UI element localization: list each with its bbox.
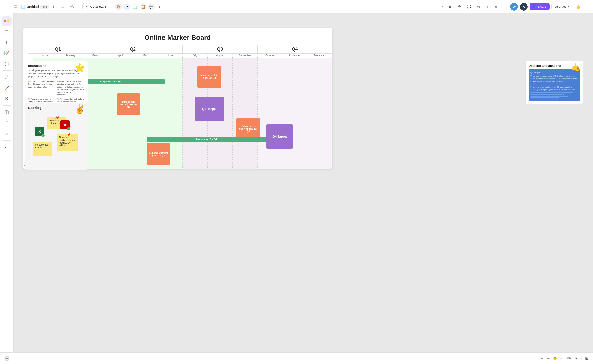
more-button[interactable]: > — [440, 4, 446, 10]
detail-line-3 — [530, 96, 569, 97]
card-prep-q4[interactable]: Preparation for Q4 — [147, 137, 266, 142]
hand-tool-button[interactable]: ✋ — [551, 355, 558, 362]
comment-button[interactable]: 💬 — [465, 4, 473, 10]
month-jan: January — [33, 54, 58, 58]
card-q3-target[interactable]: Q3 Target — [195, 97, 224, 121]
help-button[interactable]: ? — [584, 4, 590, 10]
sidebar-divider-3 — [3, 140, 11, 141]
card-label: Preparation for Q4 — [196, 138, 217, 141]
detail-line-1 — [530, 92, 573, 93]
plugin-icon-2[interactable]: P — [123, 3, 130, 10]
plan-badge: Free — [40, 5, 49, 9]
sidebar-item-pen[interactable] — [2, 73, 12, 82]
user-avatar-2[interactable]: W — [520, 3, 528, 11]
plugin-icon-1[interactable]: 🎨 — [115, 3, 122, 10]
month-apr: April — [108, 54, 133, 58]
card-subseq-third-q3[interactable]: Subsequent third goal for Q3 — [197, 66, 221, 88]
more-plugins-button[interactable]: ‹ — [157, 4, 162, 10]
redo-button[interactable]: ↪ — [545, 355, 551, 362]
menu-button[interactable]: ☰ — [12, 4, 19, 10]
month-jul: July — [182, 54, 207, 58]
sidebar-item-list[interactable] — [2, 118, 12, 128]
notification-button[interactable]: 🔔 — [574, 4, 582, 10]
sidebar-item-shapes[interactable]: ◯ — [2, 59, 12, 68]
share-label: Share — [538, 5, 546, 8]
q4-bg — [257, 58, 332, 169]
card-label: Q3 Target — [202, 107, 217, 111]
share-icon: 👥 — [533, 5, 537, 8]
upgrade-button[interactable]: Upgrade + — [551, 3, 572, 10]
export-button[interactable]: ⇪ — [484, 4, 490, 10]
play-button[interactable]: ▶ — [447, 4, 454, 10]
canvas[interactable]: Online Marker Board Q1 Q2 Q3 Q4 January … — [14, 13, 593, 352]
month-aug: August — [207, 54, 232, 58]
back-button[interactable]: ← — [3, 4, 10, 10]
sidebar-item-more[interactable]: ⋯ — [2, 142, 12, 152]
undo-button[interactable]: ↩ — [539, 355, 544, 362]
search-button[interactable]: 🔍 — [68, 4, 76, 10]
sidebar-item-brush[interactable]: 🖌️ — [2, 83, 12, 93]
share-button[interactable]: 👥 Share — [530, 3, 550, 10]
sidebar-item-eraser[interactable]: ✕ — [2, 94, 12, 103]
search-icon: 🔍 — [70, 5, 74, 9]
peace-decoration: ✌️ — [74, 104, 85, 114]
timer-button[interactable]: ⏱ — [456, 4, 463, 10]
file-info: 📄 Untitled Free — [21, 5, 49, 9]
sticky-text: The total number of user reaches 20 mill… — [59, 136, 75, 147]
app-title: Untitled — [27, 5, 39, 9]
card-subseq-second-q2[interactable]: Subsequent second goal for Q2 — [117, 93, 140, 115]
sidebar-item-text[interactable]: T — [2, 38, 12, 47]
add-page-button[interactable] — [3, 355, 11, 362]
bottom-toolbar: ↩ ↪ ✋ − 38% ▾ + ⊞ — [0, 352, 593, 364]
plugin-icon-5[interactable]: 💬 — [148, 3, 155, 10]
month-feb: February — [58, 54, 83, 58]
sidebar-item-table[interactable] — [2, 108, 12, 117]
sidebar-item-colors[interactable] — [2, 16, 12, 26]
plugin-icon-3[interactable]: 📊 — [132, 3, 138, 10]
zoom-out-button[interactable]: − — [559, 355, 563, 362]
plugin-icon-4[interactable]: 📋 — [140, 3, 147, 10]
bottom-left — [3, 355, 11, 362]
excel-check: ✓ — [41, 134, 45, 137]
history-button[interactable]: ◷ — [475, 4, 482, 10]
backlog-box: Backlog ✌️ 70% user retention rate 📌 Inc… — [25, 103, 88, 170]
card-label: Q4 Target — [272, 135, 287, 138]
sidebar-divider-1 — [3, 70, 11, 71]
settings-button[interactable]: ⋮ — [501, 4, 508, 10]
line-oct — [257, 58, 258, 169]
detail-line-2 — [530, 94, 564, 95]
sticky-activity[interactable]: Increase user activity — [33, 142, 52, 156]
detail-content: Q3 Target To be able to reach target of … — [529, 69, 580, 101]
grid-button[interactable]: ⊞ — [492, 4, 499, 10]
menu-icon: ☰ — [14, 5, 17, 9]
zoom-dropdown-button[interactable]: ▾ — [574, 355, 578, 362]
download-icon: ⇩ — [52, 5, 55, 9]
toolbar: ← ☰ 📄 Untitled Free ⇩ 🏷 🔍 ✦ AI Assistant… — [0, 0, 593, 13]
card-subseq-first-q2[interactable]: Subsequent first goal for Q2 — [147, 143, 170, 165]
card-q4-target[interactable]: Q4 Target — [266, 124, 293, 149]
detail-line-4 — [530, 97, 559, 98]
tag-button[interactable]: 🏷 — [59, 4, 66, 10]
file-icon: 📄 — [21, 5, 25, 9]
download-button[interactable]: ⇩ — [50, 4, 57, 10]
fit-screen-button[interactable]: ⊞ — [584, 355, 589, 362]
sidebar: ▢ T 📝 ◯ 🖌️ ✕ ⋯ — [0, 13, 14, 364]
q1-header: Q1 — [33, 45, 83, 53]
detailed-explanations-box: Detailed Explanations 🤙 Q3 Target To be … — [525, 61, 583, 104]
sidebar-item-chart[interactable] — [2, 129, 12, 138]
board-title: Online Marker Board — [23, 28, 332, 45]
zoom-in-button[interactable]: + — [579, 355, 583, 362]
ai-assistant-button[interactable]: ✦ AI Assistant — [82, 3, 109, 10]
q2-header: Q2 — [83, 45, 182, 53]
sidebar-item-sticky[interactable]: 📝 — [2, 48, 12, 58]
sticky-users[interactable]: 📌 The total number of user reaches 20 mi… — [57, 134, 78, 151]
sidebar-item-frame[interactable]: ▢ — [2, 27, 12, 37]
month-nov: November — [282, 54, 307, 58]
card-label: Subsequent first goal for Q2 — [148, 152, 169, 157]
divider2 — [112, 4, 112, 10]
sticky-text: Increase user activity — [35, 143, 49, 149]
detail-lines — [530, 92, 578, 98]
user-avatar-1[interactable]: W — [510, 3, 518, 11]
ai-icon: ✦ — [85, 5, 88, 8]
hand-decoration: 🤙 — [571, 63, 581, 72]
